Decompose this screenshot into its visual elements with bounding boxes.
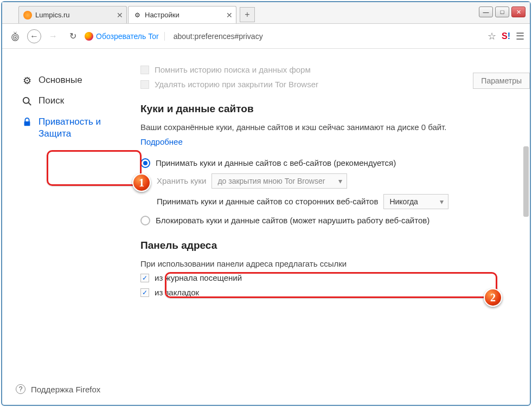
- checkbox-remember-history: [140, 66, 149, 74]
- svg-point-2: [15, 36, 16, 38]
- sidebar-item-label: Приватность и Защита: [39, 116, 124, 140]
- identity-label: Обозреватель Tor: [96, 32, 159, 41]
- tab-lumpics[interactable]: Lumpics.ru ✕: [18, 6, 127, 23]
- favicon-lumpics: [23, 11, 32, 20]
- radio-block-cookies[interactable]: [140, 216, 150, 225]
- label-block-cookies: Блокировать куки и данные сайтов (может …: [156, 216, 430, 225]
- cookies-description: Ваши сохранённые куки, данные сайтов и к…: [140, 121, 530, 134]
- tab-settings[interactable]: ⚙ Настройки ✕: [128, 6, 236, 23]
- checkbox-clear-on-close: [140, 80, 149, 89]
- radio-accept-cookies[interactable]: [140, 158, 150, 168]
- checkbox-history-suggestions[interactable]: ✓: [140, 274, 149, 282]
- minimize-button[interactable]: —: [479, 7, 493, 17]
- gear-icon: ⚙: [21, 75, 33, 87]
- onion-icon[interactable]: [8, 29, 23, 44]
- label-accept-cookies: Принимать куки и данные сайтов с веб-сай…: [156, 158, 396, 167]
- parameters-button[interactable]: Параметры: [473, 73, 530, 89]
- svg-line-4: [29, 103, 31, 106]
- firefox-icon: [85, 32, 93, 41]
- support-label: Поддержка Firefox: [31, 385, 100, 394]
- maximize-button[interactable]: □: [495, 7, 509, 17]
- sidebar-item-label: Поиск: [39, 95, 64, 106]
- checkbox-bookmark-suggestions[interactable]: ✓: [140, 288, 149, 297]
- url-bar[interactable]: about:preferences#privacy: [169, 32, 483, 41]
- extension-icon[interactable]: S!: [502, 31, 510, 41]
- select-third-party[interactable]: Никогда: [383, 194, 448, 209]
- sidebar-item-privacy[interactable]: Приватность и Защита: [16, 112, 130, 144]
- close-icon[interactable]: ✕: [226, 11, 233, 20]
- new-tab-button[interactable]: +: [240, 7, 255, 22]
- window-controls: — □ ✕: [479, 7, 525, 17]
- sidebar-item-search[interactable]: Поиск: [16, 91, 130, 112]
- sidebar-item-general[interactable]: ⚙ Основные: [16, 70, 130, 91]
- preferences-main: Помнить историю поиска и данных форм Уда…: [130, 49, 530, 405]
- label-bookmark-suggestions: из закладок: [155, 288, 199, 297]
- gear-icon: ⚙: [133, 11, 142, 20]
- navigation-bar: ← → ↻ Обозреватель Tor about:preferences…: [2, 24, 530, 49]
- svg-rect-5: [24, 121, 30, 126]
- scrollbar-thumb[interactable]: [523, 146, 529, 217]
- label-third-party: Принимать куки и данные сайтов со сторон…: [157, 197, 378, 206]
- lock-icon: [21, 116, 33, 128]
- cookies-learn-more-link[interactable]: Подробнее: [140, 137, 530, 146]
- svg-point-3: [23, 98, 29, 104]
- back-button[interactable]: ←: [27, 29, 41, 43]
- identity-box[interactable]: Обозреватель Tor: [85, 32, 165, 41]
- help-icon: ?: [16, 384, 25, 394]
- label-store-cookies: Хранить куки: [157, 176, 206, 185]
- hamburger-menu-icon[interactable]: ☰: [516, 30, 524, 42]
- label-history-suggestions: из журнала посещений: [155, 273, 242, 282]
- heading-cookies: Куки и данные сайтов: [140, 103, 530, 115]
- tab-title: Lumpics.ru: [35, 11, 70, 19]
- close-window-button[interactable]: ✕: [511, 7, 525, 17]
- tab-strip: Lumpics.ru ✕ ⚙ Настройки ✕ + — □ ✕: [2, 2, 530, 24]
- sidebar-item-label: Основные: [39, 75, 82, 86]
- heading-addressbar: Панель адреса: [140, 240, 530, 251]
- bookmark-star-icon[interactable]: ☆: [488, 30, 496, 42]
- forward-button[interactable]: →: [46, 29, 61, 44]
- reload-button[interactable]: ↻: [65, 29, 80, 44]
- label-clear-on-close: Удалять историю при закрытии Tor Browser: [155, 80, 318, 89]
- preferences-sidebar: ⚙ Основные Поиск Приватность и Защита ? …: [2, 49, 130, 405]
- close-icon[interactable]: ✕: [117, 11, 123, 20]
- addressbar-description: При использовании панели адреса предлага…: [140, 258, 530, 270]
- label-remember-history: Помнить историю поиска и данных форм: [155, 65, 311, 74]
- sidebar-support[interactable]: ? Поддержка Firefox: [16, 384, 100, 394]
- search-icon: [21, 95, 33, 107]
- select-store-cookies[interactable]: до закрытия мною Tor Browser: [211, 173, 347, 189]
- tab-title: Настройки: [145, 11, 180, 19]
